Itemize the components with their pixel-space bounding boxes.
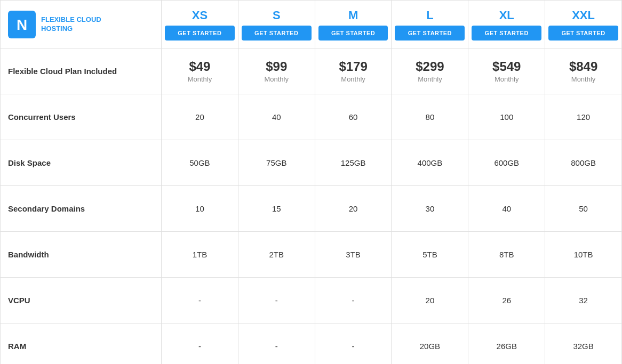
feature-value-3-2: 3TB <box>315 232 392 278</box>
price-cell-3: $299 Monthly <box>392 48 468 94</box>
feature-value-text-3-3: 5TB <box>422 250 437 259</box>
feature-value-text-4-0: - <box>198 296 201 305</box>
feature-value-text-5-3: 20GB <box>420 342 440 351</box>
plan-header-l: L GET STARTED <box>392 1 468 48</box>
feature-value-2-0: 10 <box>162 186 238 232</box>
plan-header-xs: XS GET STARTED <box>162 1 238 48</box>
price-cell-0: $49 Monthly <box>162 48 238 94</box>
feature-value-text-1-2: 125GB <box>341 158 366 167</box>
feature-value-5-2: - <box>315 323 392 365</box>
feature-value-text-5-4: 26GB <box>497 342 517 351</box>
price-cell-5: $849 Monthly <box>545 48 622 94</box>
feature-value-text-3-2: 3TB <box>346 250 361 259</box>
feature-value-1-1: 75GB <box>238 140 315 186</box>
feature-row-3: Bandwidth1TB2TB3TB5TB8TB10TB <box>1 232 622 278</box>
feature-value-text-4-3: 20 <box>426 296 435 305</box>
logo-icon: N <box>8 11 36 38</box>
price-amount-3: $299 <box>395 59 465 74</box>
feature-value-4-3: 20 <box>392 278 468 323</box>
get-started-button-xs[interactable]: GET STARTED <box>165 26 235 41</box>
feature-value-text-2-0: 10 <box>195 204 204 213</box>
price-period-0: Monthly <box>188 75 212 83</box>
feature-row-1: Disk Space50GB75GB125GB400GB600GB800GB <box>1 140 622 186</box>
feature-label-text-5: RAM <box>8 342 26 351</box>
feature-value-5-0: - <box>162 323 238 365</box>
feature-value-text-0-4: 100 <box>500 112 513 122</box>
feature-value-text-5-0: - <box>198 342 201 351</box>
feature-value-1-0: 50GB <box>162 140 238 186</box>
price-period-3: Monthly <box>418 75 442 83</box>
price-period-4: Monthly <box>495 75 519 83</box>
feature-value-2-1: 15 <box>238 186 315 232</box>
svg-text:N: N <box>17 17 27 33</box>
feature-value-text-3-4: 8TB <box>499 250 514 259</box>
price-amount-1: $99 <box>242 59 312 74</box>
feature-row-0: Concurrent Users20406080100120 <box>1 94 622 140</box>
logo-cell: N FLEXIBLE CLOUD HOSTING <box>1 1 162 48</box>
logo-text: FLEXIBLE CLOUD HOSTING <box>41 15 101 34</box>
feature-value-text-5-5: 32GB <box>573 342 593 351</box>
plan-name-s: S <box>242 9 312 22</box>
feature-value-3-4: 8TB <box>468 232 545 278</box>
plan-name-l: L <box>395 9 465 22</box>
feature-value-text-5-2: - <box>352 342 355 351</box>
plan-header-s: S GET STARTED <box>238 1 315 48</box>
feature-label-3: Bandwidth <box>1 232 162 278</box>
flexible-cloud-plan-label: Flexible Cloud Plan Included <box>1 48 162 94</box>
feature-row-4: VCPU---202632 <box>1 278 622 323</box>
feature-value-text-2-1: 15 <box>272 204 281 213</box>
feature-value-4-0: - <box>162 278 238 323</box>
price-period-1: Monthly <box>264 75 289 83</box>
feature-label-text-0: Concurrent Users <box>8 112 76 122</box>
feature-value-1-4: 600GB <box>468 140 545 186</box>
feature-value-0-2: 60 <box>315 94 392 140</box>
logo-line1: FLEXIBLE CLOUD <box>41 15 101 25</box>
feature-value-2-2: 20 <box>315 186 392 232</box>
plan-name-xs: XS <box>165 9 235 22</box>
feature-value-text-5-1: - <box>275 342 278 351</box>
plan-name-xl: XL <box>472 9 541 22</box>
feature-label-text-3: Bandwidth <box>8 250 49 259</box>
price-amount-0: $49 <box>165 59 235 74</box>
feature-label-1: Disk Space <box>1 140 162 186</box>
plan-name-xxl: XXL <box>548 9 618 22</box>
get-started-button-s[interactable]: GET STARTED <box>242 26 312 41</box>
get-started-button-m[interactable]: GET STARTED <box>318 26 388 41</box>
feature-label-2: Secondary Domains <box>1 186 162 232</box>
feature-value-text-3-0: 1TB <box>193 250 208 259</box>
feature-value-5-3: 20GB <box>392 323 468 365</box>
price-amount-4: $549 <box>472 59 541 74</box>
feature-value-4-2: - <box>315 278 392 323</box>
feature-value-1-5: 800GB <box>545 140 622 186</box>
feature-value-0-5: 120 <box>545 94 622 140</box>
feature-value-1-3: 400GB <box>392 140 468 186</box>
price-cell-2: $179 Monthly <box>315 48 392 94</box>
feature-value-text-1-4: 600GB <box>494 158 519 167</box>
feature-value-text-2-5: 50 <box>579 204 588 213</box>
feature-value-text-1-5: 800GB <box>571 158 596 167</box>
plan-header-xl: XL GET STARTED <box>468 1 545 48</box>
get-started-button-xxl[interactable]: GET STARTED <box>548 26 618 41</box>
feature-value-5-4: 26GB <box>468 323 545 365</box>
feature-value-1-2: 125GB <box>315 140 392 186</box>
feature-value-5-1: - <box>238 323 315 365</box>
get-started-button-xl[interactable]: GET STARTED <box>472 26 541 41</box>
feature-value-text-4-5: 32 <box>579 296 588 305</box>
feature-value-text-1-1: 75GB <box>266 158 286 167</box>
feature-label-text-4: VCPU <box>8 296 30 305</box>
feature-value-text-0-1: 40 <box>272 112 281 122</box>
feature-value-2-3: 30 <box>392 186 468 232</box>
feature-label-0: Concurrent Users <box>1 94 162 140</box>
get-started-button-l[interactable]: GET STARTED <box>395 26 465 41</box>
feature-value-3-3: 5TB <box>392 232 468 278</box>
feature-value-3-1: 2TB <box>238 232 315 278</box>
feature-value-text-2-2: 20 <box>349 204 358 213</box>
feature-value-text-0-0: 20 <box>195 112 204 122</box>
feature-value-0-4: 100 <box>468 94 545 140</box>
feature-value-2-5: 50 <box>545 186 622 232</box>
plan-header-xxl: XXL GET STARTED <box>545 1 622 48</box>
price-period-5: Monthly <box>571 75 596 83</box>
feature-value-4-1: - <box>238 278 315 323</box>
price-amount-5: $849 <box>548 59 618 74</box>
price-amount-2: $179 <box>318 59 388 74</box>
